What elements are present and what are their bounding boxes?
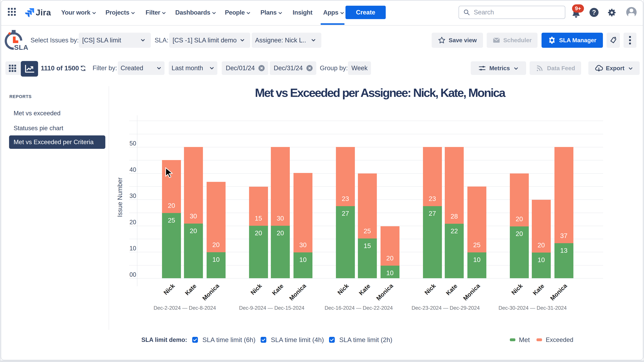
svg-text:SLA: SLA xyxy=(14,43,28,51)
